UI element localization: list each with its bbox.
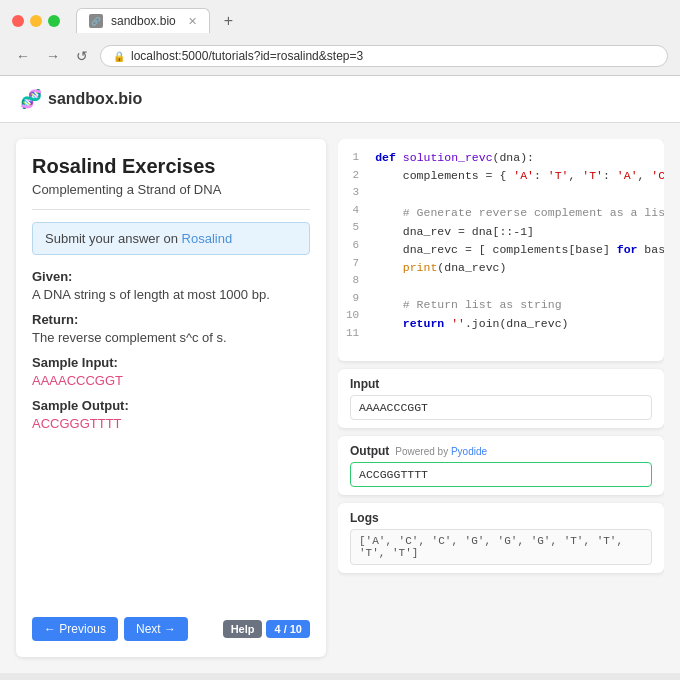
browser-tab[interactable]: 🔗 sandbox.bio ✕ (76, 8, 210, 33)
nav-buttons: ← Previous Next → (32, 617, 188, 641)
forward-button[interactable]: → (42, 46, 64, 66)
code-line-2: complements = { 'A': 'T', 'T': 'A', 'C':… (375, 167, 656, 185)
logs-section: Logs ['A', 'C', 'C', 'G', 'G', 'G', 'T',… (338, 503, 664, 573)
given-label: Given: (32, 269, 310, 284)
code-line-10: return ''.join(dna_revc) (375, 315, 656, 333)
exercise-title: Rosalind Exercises (32, 155, 310, 178)
code-body: 12345 67891011 def solution_revc(dna): c… (338, 139, 664, 361)
bottom-nav: ← Previous Next → Help 4 / 10 (32, 609, 310, 641)
code-editor[interactable]: 12345 67891011 def solution_revc(dna): c… (338, 139, 664, 361)
output-value: ACCGGGTTTT (350, 462, 652, 487)
help-progress-group: Help 4 / 10 (223, 620, 310, 638)
main-layout: Rosalind Exercises Complementing a Stran… (0, 123, 680, 673)
input-section: Input (338, 369, 664, 428)
logo-icon: 🧬 (20, 88, 42, 110)
code-line-7: print(dna_revc) (375, 259, 656, 277)
input-field[interactable] (350, 395, 652, 420)
return-label: Return: (32, 312, 310, 327)
sample-input-value: AAAACCCGGT (32, 373, 310, 388)
titlebar: 🔗 sandbox.bio ✕ + (0, 0, 680, 41)
code-line-1: def solution_revc(dna): (375, 149, 656, 167)
tab-favicon-icon: 🔗 (89, 14, 103, 28)
minimize-window-button[interactable] (30, 15, 42, 27)
code-line-8 (375, 278, 656, 296)
return-text: The reverse complement s^c of s. (32, 330, 310, 345)
rosalind-banner: Submit your answer on Rosalind (32, 222, 310, 255)
tab-close-icon[interactable]: ✕ (188, 15, 197, 28)
divider (32, 209, 310, 210)
rosalind-link[interactable]: Rosalind (182, 231, 233, 246)
given-text: A DNA string s of length at most 1000 bp… (32, 287, 310, 302)
site-header: 🧬 sandbox.bio (0, 76, 680, 123)
output-label: Output Powered by Pyodide (350, 444, 652, 458)
browser-chrome: 🔗 sandbox.bio ✕ + ← → ↺ 🔒 localhost:5000… (0, 0, 680, 76)
url-text: localhost:5000/tutorials?id=rosalind&ste… (131, 49, 363, 63)
pyodide-link[interactable]: Pyodide (451, 446, 487, 457)
exercise-subtitle: Complementing a Strand of DNA (32, 182, 310, 197)
close-window-button[interactable] (12, 15, 24, 27)
sample-output-value: ACCGGGTTTT (32, 416, 310, 431)
input-label: Input (350, 377, 652, 391)
powered-by-text: Powered by Pyodide (395, 446, 487, 457)
url-field[interactable]: 🔒 localhost:5000/tutorials?id=rosalind&s… (100, 45, 668, 67)
site-name: sandbox.bio (48, 90, 142, 108)
address-bar: ← → ↺ 🔒 localhost:5000/tutorials?id=rosa… (0, 41, 680, 75)
progress-badge: 4 / 10 (266, 620, 310, 638)
code-lines: def solution_revc(dna): complements = { … (367, 149, 664, 351)
code-line-5: dna_rev = dna[::-1] (375, 223, 656, 241)
sample-output-label: Sample Output: (32, 398, 310, 413)
right-panel: 12345 67891011 def solution_revc(dna): c… (338, 139, 664, 657)
tab-title: sandbox.bio (111, 14, 176, 28)
line-numbers: 12345 67891011 (338, 149, 367, 351)
lock-icon: 🔒 (113, 51, 125, 62)
code-line-11 (375, 333, 656, 351)
maximize-window-button[interactable] (48, 15, 60, 27)
traffic-lights (12, 15, 60, 27)
code-line-9: # Return list as string (375, 296, 656, 314)
back-button[interactable]: ← (12, 46, 34, 66)
sample-input-label: Sample Input: (32, 355, 310, 370)
code-line-3 (375, 186, 656, 204)
code-line-4: # Generate reverse complement as a list (375, 204, 656, 222)
reload-button[interactable]: ↺ (72, 46, 92, 66)
left-panel: Rosalind Exercises Complementing a Stran… (16, 139, 326, 657)
output-section: Output Powered by Pyodide ACCGGGTTTT (338, 436, 664, 495)
banner-text: Submit your answer on (45, 231, 178, 246)
previous-button[interactable]: ← Previous (32, 617, 118, 641)
logs-label: Logs (350, 511, 652, 525)
site-logo: 🧬 sandbox.bio (20, 88, 660, 110)
code-line-6: dna_revc = [ complements[base] for base … (375, 241, 656, 259)
help-badge[interactable]: Help (223, 620, 263, 638)
logs-value: ['A', 'C', 'C', 'G', 'G', 'G', 'T', 'T',… (350, 529, 652, 565)
new-tab-button[interactable]: + (218, 10, 239, 32)
next-button[interactable]: Next → (124, 617, 188, 641)
spacer (32, 441, 310, 601)
